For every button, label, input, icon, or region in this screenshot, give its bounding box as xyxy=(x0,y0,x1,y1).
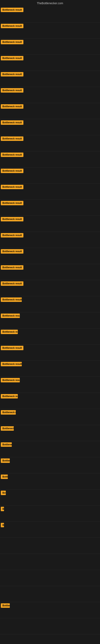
list-item xyxy=(0,554,100,570)
list-item xyxy=(0,570,100,586)
list-item: Bottleneck result xyxy=(0,344,100,361)
site-title: TheBottlenecker.com xyxy=(0,0,100,6)
bottleneck-badge[interactable]: Bottleneck result xyxy=(1,136,23,141)
list-item: Bottleneck result xyxy=(0,361,100,377)
bottleneck-badge[interactable]: Bottleneck result xyxy=(1,346,23,350)
bottleneck-badge[interactable]: Bottleneck result xyxy=(1,298,22,302)
list-item: Bottleneck result xyxy=(0,457,100,473)
list-item: Bottleneck result xyxy=(0,602,100,618)
list-item: Bottleneck result xyxy=(0,377,100,393)
bottleneck-badge[interactable]: Bottleneck result xyxy=(1,491,6,495)
bottleneck-badge[interactable]: Bottleneck result xyxy=(1,362,22,366)
list-item: Bottleneck result xyxy=(0,135,100,151)
list-item xyxy=(0,634,100,644)
bottleneck-badge[interactable]: Bottleneck result xyxy=(1,201,23,205)
list-item: Bottleneck result xyxy=(0,296,100,312)
list-item: Bottleneck result xyxy=(0,328,100,344)
bottleneck-badge[interactable]: Bottleneck result xyxy=(1,104,23,109)
bottleneck-badge[interactable]: Bottleneck result xyxy=(1,72,23,76)
list-item: Bottleneck result xyxy=(0,87,100,103)
list-item: Bottleneck result xyxy=(0,168,100,184)
bottleneck-badge[interactable]: Bottleneck result xyxy=(1,442,12,447)
bottleneck-badge[interactable]: Bottleneck result xyxy=(1,24,23,28)
list-item: Bottleneck result xyxy=(0,393,100,409)
list-item: Bottleneck result xyxy=(0,6,100,22)
bottleneck-badge[interactable]: Bottleneck result xyxy=(1,330,18,334)
bottleneck-badge[interactable]: Bottleneck result xyxy=(1,120,23,125)
list-item: Bottleneck result xyxy=(0,119,100,135)
bottleneck-badge[interactable]: Bottleneck result xyxy=(1,378,20,382)
bottleneck-badge[interactable]: Bottleneck result xyxy=(1,56,23,60)
bottleneck-badge[interactable]: Bottleneck result xyxy=(1,603,10,608)
bottleneck-badge[interactable]: Bottleneck result xyxy=(1,458,10,463)
list-item: Bottleneck result xyxy=(0,22,100,39)
list-item: Bottleneck result xyxy=(0,522,100,538)
list-item: Bottleneck result xyxy=(0,280,100,296)
list-item xyxy=(0,538,100,554)
list-item: Bottleneck result xyxy=(0,490,100,506)
list-item: Bottleneck result xyxy=(0,312,100,328)
list-item xyxy=(0,586,100,602)
bottleneck-badge[interactable]: Bottleneck result xyxy=(1,217,23,222)
bottleneck-badge[interactable]: Bottleneck result xyxy=(1,314,20,318)
bottleneck-badge[interactable]: Bottleneck result xyxy=(1,8,23,12)
bottleneck-badge[interactable]: Bottleneck result xyxy=(1,265,23,270)
list-item xyxy=(0,618,100,634)
list-item: Bottleneck result xyxy=(0,71,100,87)
list-item: Bottleneck result xyxy=(0,506,100,522)
bottleneck-badge[interactable]: Bottleneck result xyxy=(1,410,16,414)
bottleneck-badge[interactable]: Bottleneck result xyxy=(1,88,23,92)
list-item: Bottleneck result xyxy=(0,39,100,55)
bottleneck-badge[interactable]: Bottleneck result xyxy=(1,233,23,238)
list-item: Bottleneck result xyxy=(0,216,100,232)
list-item: Bottleneck result xyxy=(0,103,100,119)
list-item: Bottleneck result xyxy=(0,151,100,168)
list-item: Bottleneck result xyxy=(0,264,100,280)
bottleneck-badge[interactable]: Bottleneck result xyxy=(1,507,4,511)
list-item: Bottleneck result xyxy=(0,184,100,200)
bottleneck-badge[interactable]: Bottleneck result xyxy=(1,169,23,173)
bottleneck-badge[interactable]: Bottleneck result xyxy=(1,40,23,44)
bottleneck-badge[interactable]: Bottleneck result xyxy=(1,394,18,398)
list-item: Bottleneck result xyxy=(0,409,100,425)
bottleneck-badge[interactable]: Bottleneck result xyxy=(1,281,23,286)
list-item: Bottleneck result xyxy=(0,55,100,71)
bottleneck-badge[interactable]: Bottleneck result xyxy=(1,426,14,431)
bottleneck-badge[interactable]: Bottleneck result xyxy=(1,185,23,189)
list-item: Bottleneck result xyxy=(0,425,100,441)
list-item: Bottleneck result xyxy=(0,232,100,248)
list-item: Bottleneck result xyxy=(0,441,100,457)
list-item: Bottleneck result xyxy=(0,200,100,216)
list-item: Bottleneck result xyxy=(0,473,100,490)
bottleneck-badge[interactable]: Bottleneck result xyxy=(1,152,23,157)
bottleneck-badge[interactable]: Bottleneck result xyxy=(1,474,8,479)
bottleneck-badge[interactable]: Bottleneck result xyxy=(1,249,23,254)
list-item: Bottleneck result xyxy=(0,248,100,264)
bottleneck-badge[interactable]: Bottleneck result xyxy=(1,523,4,527)
